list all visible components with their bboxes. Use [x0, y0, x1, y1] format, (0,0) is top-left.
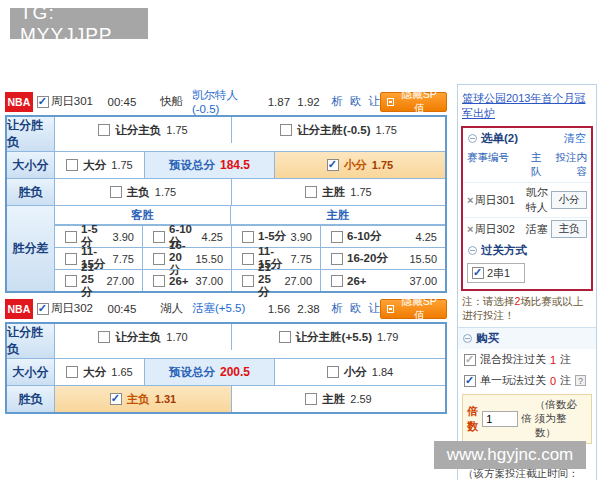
checkbox[interactable]	[66, 159, 78, 171]
clear-slip-link[interactable]: 清空	[564, 131, 586, 146]
match2-home-team: 活塞(+5.5)	[192, 301, 264, 316]
match2-odds-home: 2.38	[294, 303, 324, 315]
checkbox[interactable]	[98, 124, 110, 136]
match1-checkbox[interactable]	[37, 96, 49, 108]
bet-cell-under[interactable]: 小分 1.84	[274, 359, 445, 385]
collapse-circle-icon[interactable]	[468, 134, 477, 143]
analysis-link[interactable]: 析	[331, 94, 343, 109]
game1-header: NBA 周日301 00:45 快船 凯尔特人(-0.5) 1.87 1.92 …	[5, 88, 447, 115]
slip-bet-button[interactable]: 小分	[551, 191, 587, 209]
page: TG: MYYJJPP NBA 周日301 00:45 快船 凯尔特人(-0.5…	[0, 0, 600, 480]
help-icon[interactable]: ?	[575, 375, 586, 386]
match2-odds-away: 1.56	[264, 303, 294, 315]
single-bet-option: 单一玩法过关0注 ?	[458, 370, 596, 391]
checkbox[interactable]	[327, 366, 339, 378]
bet-cell-home-win[interactable]: 主胜 1.75	[231, 179, 445, 205]
checkbox[interactable]	[331, 275, 343, 287]
match2-checkbox[interactable]	[37, 303, 49, 315]
bet-cell-handicap-away[interactable]: 让分主负 1.70	[55, 324, 231, 350]
mixed-bet-option: 混合投注过关1注	[458, 349, 596, 370]
euro-odds-link[interactable]: 欧	[350, 94, 362, 109]
checkbox[interactable]	[66, 366, 78, 378]
single-bet-checkbox[interactable]	[464, 375, 476, 387]
row-label-margin: 胜分差	[7, 206, 55, 291]
margin-bet-cell[interactable]: 26+37.00	[320, 270, 445, 291]
checkbox[interactable]	[242, 275, 254, 287]
telegram-watermark-badge: TG: MYYJJPP	[10, 8, 148, 39]
match1-odds-away: 1.87	[264, 96, 294, 108]
bet-cell-handicap-home[interactable]: 让分主胜(+5.5) 1.79	[231, 324, 445, 350]
checkbox[interactable]	[242, 253, 254, 265]
handicap-link[interactable]: 让	[368, 301, 380, 316]
checkbox-checked[interactable]	[110, 393, 122, 405]
checkbox[interactable]	[110, 186, 122, 198]
bet-cell-home-win[interactable]: 主胜 2.59	[231, 386, 445, 412]
checkbox[interactable]	[280, 124, 292, 136]
checkbox[interactable]	[153, 231, 165, 243]
margin-bet-cell[interactable]: 1-5分3.90	[55, 226, 142, 247]
margin-bet-cell[interactable]: 21-25分27.00	[55, 270, 142, 291]
multiplier-input[interactable]	[482, 411, 518, 427]
checkbox[interactable]	[153, 275, 165, 287]
bet-cell-handicap-away[interactable]: 让分主负 1.75	[55, 117, 231, 143]
margin-bet-cell[interactable]: 1-5分3.90	[231, 226, 320, 247]
row-label-winloss: 胜负	[7, 386, 55, 412]
checkbox[interactable]	[305, 393, 317, 405]
bet-cell-under-selected[interactable]: 小分 1.75	[274, 152, 445, 178]
bet-slip-sidebar: 篮球公园2013年首个月冠军出炉 选单(2) 清空 赛事编号 主 队 投注内容 …	[457, 84, 597, 480]
checkbox[interactable]	[279, 331, 291, 343]
euro-odds-link[interactable]: 欧	[350, 301, 362, 316]
margin-bet-cell[interactable]: 6-10分4.25	[320, 226, 445, 247]
bet-cell-away-win[interactable]: 主负 1.75	[55, 179, 231, 205]
game2-header: NBA 周日302 00:45 湖人 活塞(+5.5) 1.56 2.38 析 …	[5, 295, 447, 322]
checkbox[interactable]	[65, 275, 77, 287]
collapse-circle-icon[interactable]	[463, 334, 472, 343]
margin-home-header: 主胜	[231, 206, 445, 224]
handicap-link[interactable]: 让	[368, 94, 380, 109]
checkbox[interactable]	[65, 231, 77, 243]
slip-bet-button[interactable]: 主负	[551, 220, 587, 238]
checkbox[interactable]	[242, 231, 254, 243]
match1-odds-home: 1.92	[294, 96, 324, 108]
mixed-bet-checkbox[interactable]	[464, 354, 476, 366]
purchase-title-row: 购买	[458, 328, 596, 349]
analysis-link[interactable]: 析	[331, 301, 343, 316]
match1-analysis-links: 析 欧 让	[331, 94, 380, 109]
match2-analysis-links: 析 欧 让	[331, 301, 380, 316]
row-label-total: 大小分	[7, 359, 55, 385]
preset-total-cell: 预设总分 184.5	[144, 152, 274, 178]
remove-selection-icon[interactable]: ×	[467, 194, 473, 206]
website-watermark-badge: www.hgyjnc.com	[434, 441, 586, 469]
pass-option-checkbox[interactable]	[472, 267, 484, 279]
remove-selection-icon[interactable]: ×	[467, 223, 473, 235]
checkbox[interactable]	[98, 331, 110, 343]
row-label-handicap: 让分胜负	[7, 324, 55, 358]
margin-bet-cell[interactable]: 16-20分15.50	[320, 248, 445, 269]
hide-sp-button[interactable]: 隐藏SP值	[380, 299, 447, 319]
slip-row: × 周日302 活塞 主负	[463, 217, 591, 240]
bet-cell-handicap-home[interactable]: 让分主胜(-0.5) 1.75	[231, 117, 445, 143]
hide-sp-button[interactable]: 隐藏SP值	[380, 92, 447, 112]
row-label-total: 大小分	[7, 152, 55, 178]
promo-link[interactable]: 篮球公园2013年首个月冠军出炉	[462, 92, 585, 119]
margin-bet-cell[interactable]: 16-20分15.50	[142, 248, 231, 269]
margin-away-header: 客胜	[55, 206, 231, 224]
game2-bet-table: 让分胜负 让分主负 1.70 让分主胜(+5.5) 1.79 大小分	[5, 322, 447, 414]
promo-link-row: 篮球公园2013年首个月冠军出炉	[458, 85, 596, 126]
checkbox-checked[interactable]	[327, 159, 339, 171]
margin-bet-cell[interactable]: 21-25分27.00	[231, 270, 320, 291]
margin-header: 客胜 主胜	[55, 206, 445, 225]
slip-title: 选单(2)	[481, 131, 518, 146]
pass-option-box[interactable]: 2串1	[467, 263, 525, 283]
checkbox[interactable]	[331, 253, 343, 265]
checkbox[interactable]	[331, 231, 343, 243]
bet-cell-over[interactable]: 大分 1.65	[55, 359, 144, 385]
bet-cell-over[interactable]: 大分 1.75	[55, 152, 144, 178]
checkbox[interactable]	[65, 253, 77, 265]
margin-bet-cell[interactable]: 26+37.00	[142, 270, 231, 291]
collapse-circle-icon[interactable]	[468, 246, 477, 255]
checkbox[interactable]	[305, 186, 317, 198]
bet-cell-away-win-selected[interactable]: 主负 1.31	[55, 386, 231, 412]
slip-title-row: 选单(2) 清空	[463, 128, 591, 149]
checkbox[interactable]	[153, 253, 165, 265]
